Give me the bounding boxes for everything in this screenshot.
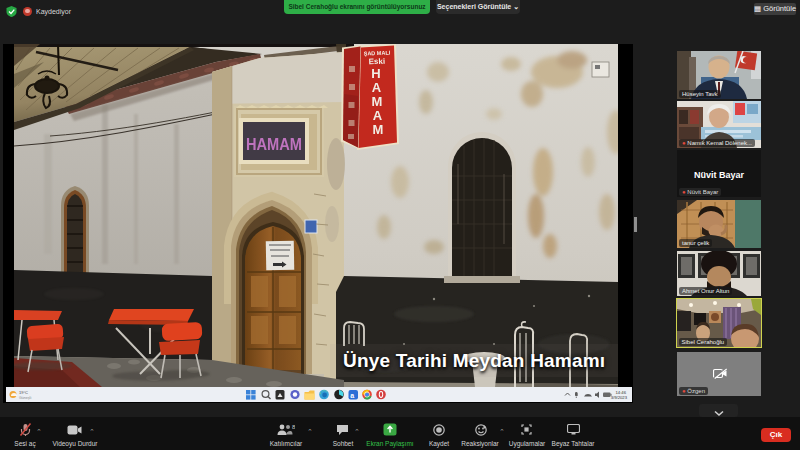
svg-text:M: M bbox=[373, 122, 384, 137]
svg-text:a: a bbox=[350, 392, 354, 399]
svg-text:A: A bbox=[372, 80, 382, 95]
svg-text:H: H bbox=[371, 66, 380, 81]
svg-text:ŞAD MALI: ŞAD MALI bbox=[364, 50, 391, 57]
svg-text:8: 8 bbox=[292, 424, 295, 430]
svg-text:3/9/2023: 3/9/2023 bbox=[611, 395, 628, 400]
svg-text:HAMAM: HAMAM bbox=[246, 135, 302, 154]
svg-text:19°C: 19°C bbox=[19, 390, 28, 395]
svg-text:Eski: Eski bbox=[369, 57, 386, 67]
svg-text:Güneşli: Güneşli bbox=[19, 396, 31, 400]
svg-text:A: A bbox=[373, 108, 383, 123]
svg-text:M: M bbox=[372, 94, 383, 109]
